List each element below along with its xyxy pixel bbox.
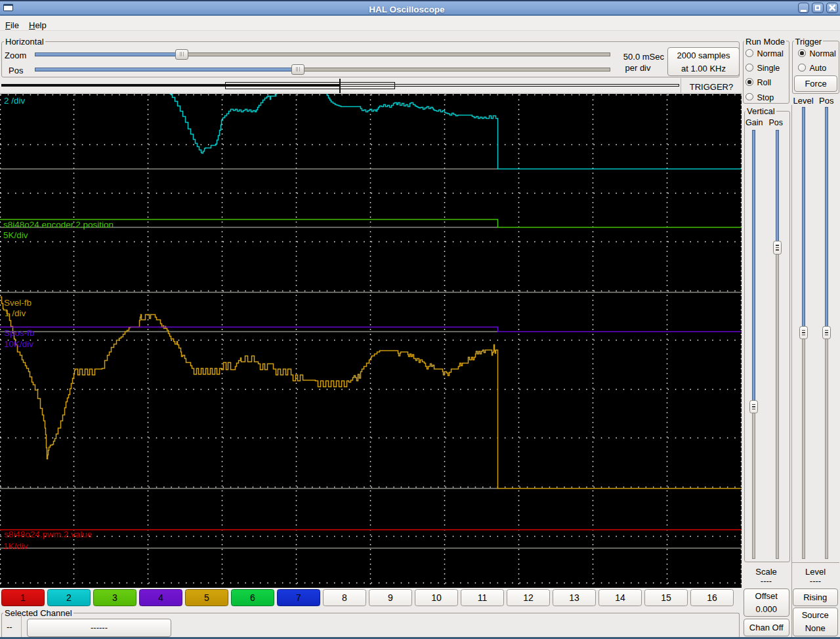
svg-text:Spos-fb: Spos-fb — [4, 328, 35, 338]
svg-text:10K/div: 10K/div — [4, 339, 33, 349]
svg-text:1 /div: 1 /div — [5, 308, 26, 318]
svg-text:5K/div: 5K/div — [3, 230, 28, 240]
svg-text:s8i48o24.encoder.2.position: s8i48o24.encoder.2.position — [3, 220, 114, 230]
svg-text:2 /div: 2 /div — [4, 96, 26, 106]
svg-text:Svel-fb: Svel-fb — [4, 298, 32, 308]
svg-text:s8i48o24.pwm.2.value: s8i48o24.pwm.2.value — [4, 529, 92, 539]
svg-text:1K/div: 1K/div — [3, 541, 28, 551]
